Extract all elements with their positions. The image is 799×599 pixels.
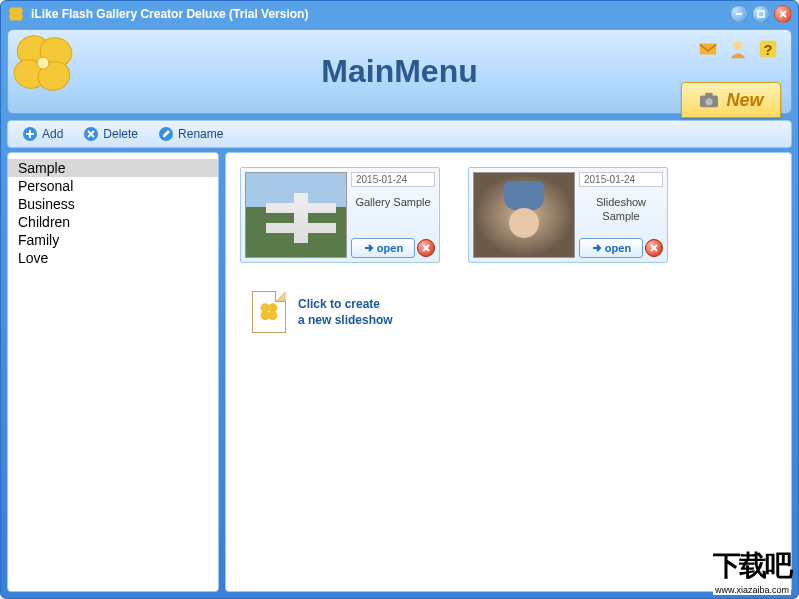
content: Sample Personal Business Children Family… [7,152,792,592]
open-label: open [377,242,403,254]
window-controls [730,5,792,23]
rename-button[interactable]: Rename [150,124,231,144]
svg-rect-18 [706,93,713,97]
user-icon[interactable] [727,38,749,60]
new-document-icon [252,291,288,335]
camera-icon [698,91,720,109]
toolbar: Add Delete Rename [7,120,792,148]
gallery-thumbnail [473,172,575,258]
close-button[interactable] [774,5,792,23]
add-button[interactable]: Add [14,124,71,144]
gallery-date: 2015-01-24 [351,172,435,187]
gallery-list: 2015-01-24 Gallery Sample open [225,152,792,592]
close-icon [649,243,659,253]
app-window: iLike Flash Gallery Creator Deluxe (Tria… [0,0,799,599]
delete-button[interactable]: Delete [75,124,146,144]
rename-icon [158,126,174,142]
titlebar: iLike Flash Gallery Creator Deluxe (Tria… [1,1,798,27]
add-label: Add [42,127,63,141]
sidebar-item-sample[interactable]: Sample [8,159,218,177]
card-actions: open [351,238,435,258]
sidebar-item-personal[interactable]: Personal [8,177,218,195]
svg-point-19 [706,98,713,105]
open-button[interactable]: open [351,238,415,258]
category-sidebar: Sample Personal Business Children Family… [7,152,219,592]
gallery-card[interactable]: 2015-01-24 Slideshow Sample open [468,167,668,263]
card-info: 2015-01-24 Gallery Sample open [351,172,435,258]
svg-rect-5 [758,11,764,17]
card-actions: open [579,238,663,258]
delete-gallery-button[interactable] [417,239,435,257]
rename-label: Rename [178,127,223,141]
app-icon [7,5,25,23]
delete-label: Delete [103,127,138,141]
create-new-slideshow[interactable]: Click to create a new slideshow [240,291,440,335]
close-icon [421,243,431,253]
gallery-title: Gallery Sample [351,189,435,238]
sidebar-item-business[interactable]: Business [8,195,218,213]
page-title: MainMenu [8,53,791,90]
maximize-button[interactable] [752,5,770,23]
open-button[interactable]: open [579,238,643,258]
new-button[interactable]: New [681,82,781,118]
gallery-date: 2015-01-24 [579,172,663,187]
svg-text:?: ? [764,42,773,58]
logo-clover-icon [8,30,78,100]
add-icon [22,126,38,142]
header-icons: ? [697,38,779,60]
new-button-label: New [726,90,763,111]
sidebar-item-children[interactable]: Children [8,213,218,231]
sidebar-item-family[interactable]: Family [8,231,218,249]
minimize-button[interactable] [730,5,748,23]
create-new-label: Click to create a new slideshow [298,297,393,328]
open-label: open [605,242,631,254]
arrow-right-icon [591,242,603,254]
help-icon[interactable]: ? [757,38,779,60]
gallery-title: Slideshow Sample [579,189,663,238]
sidebar-item-love[interactable]: Love [8,249,218,267]
card-info: 2015-01-24 Slideshow Sample open [579,172,663,258]
arrow-right-icon [363,242,375,254]
window-title: iLike Flash Gallery Creator Deluxe (Tria… [31,7,730,21]
delete-icon [83,126,99,142]
svg-point-3 [15,13,23,21]
svg-point-34 [268,311,277,320]
header: MainMenu ? New [7,29,792,114]
svg-rect-13 [700,44,717,55]
delete-gallery-button[interactable] [645,239,663,257]
svg-point-12 [37,57,49,69]
svg-point-14 [733,41,742,50]
gallery-thumbnail [245,172,347,258]
gallery-card[interactable]: 2015-01-24 Gallery Sample open [240,167,440,263]
mail-icon[interactable] [697,38,719,60]
